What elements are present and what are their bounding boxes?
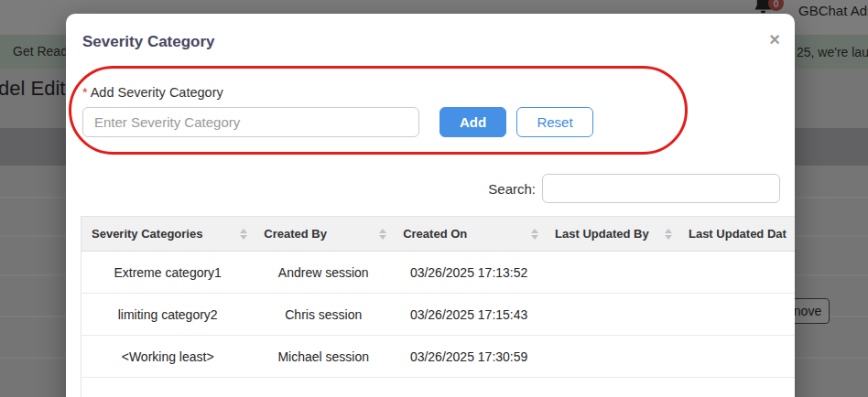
search-input[interactable] [542, 174, 780, 203]
column-header-created-by[interactable]: Created By [254, 217, 393, 252]
cell-created-on: 03/26/2025 17:30:59 [393, 336, 545, 378]
sort-icon [379, 229, 386, 240]
cell-created-by: Chris session [254, 294, 393, 336]
reset-button[interactable]: Reset [516, 107, 593, 137]
table-header-row: Severity Categories Created By Created O… [81, 217, 796, 252]
close-icon[interactable]: × [769, 30, 780, 48]
table-row[interactable]: limiting category2 Chris session 03/26/2… [81, 294, 796, 336]
severity-category-modal: Severity Category × *Add Severity Catego… [66, 14, 795, 397]
cell-last-updated-by [545, 294, 678, 336]
column-header-severity-categories[interactable]: Severity Categories [81, 217, 255, 252]
cell-last-updated-date [678, 252, 795, 294]
severity-category-input[interactable] [82, 107, 419, 137]
column-header-created-on[interactable]: Created On [393, 217, 545, 252]
cell-severity: limiting category2 [81, 294, 255, 336]
screen: 0 GBChat Adm Get Read 25, we're laun del… [0, 0, 868, 397]
cell-last-updated-by [545, 336, 678, 378]
severity-table: Severity Categories Created By Created O… [81, 216, 795, 397]
required-asterisk: * [82, 85, 88, 100]
sort-icon [240, 229, 247, 240]
table-row [81, 378, 796, 397]
cell-created-by: Andrew session [254, 252, 393, 294]
add-severity-label: *Add Severity Category [82, 85, 223, 100]
cell-last-updated-date [678, 336, 795, 378]
sort-icon [531, 229, 538, 240]
cell-last-updated-by [545, 252, 678, 294]
modal-title: Severity Category [82, 33, 215, 51]
table-row[interactable]: Extreme category1 Andrew session 03/26/2… [81, 252, 796, 294]
sort-icon [665, 229, 672, 240]
add-severity-label-text: Add Severity Category [91, 85, 223, 100]
column-header-last-updated-by[interactable]: Last Updated By [545, 217, 678, 252]
severity-table-container[interactable]: Severity Categories Created By Created O… [81, 216, 795, 397]
cell-severity: <Working least> [81, 336, 255, 378]
cell-created-on: 03/26/2025 17:13:52 [393, 252, 545, 294]
table-row[interactable]: <Working least> Michael session 03/26/20… [81, 336, 796, 378]
column-header-last-updated-date[interactable]: Last Updated Dat [678, 217, 795, 252]
cell-created-by: Michael session [254, 336, 393, 378]
cell-created-on: 03/26/2025 17:15:43 [393, 294, 545, 336]
search-label: Search: [460, 181, 536, 197]
add-button[interactable]: Add [439, 107, 506, 137]
cell-severity: Extreme category1 [81, 252, 255, 294]
cell-last-updated-date [678, 294, 795, 336]
